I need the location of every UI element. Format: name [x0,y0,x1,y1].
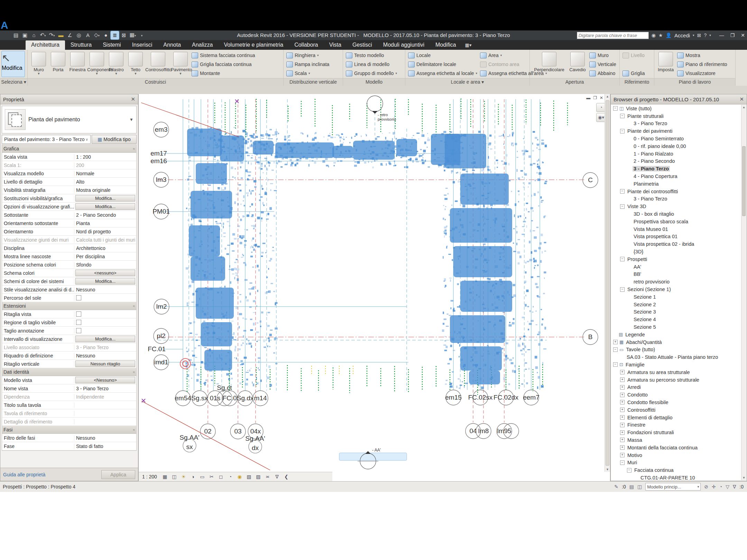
button-griglia[interactable]: Griglia [622,69,645,77]
tree-item[interactable]: Sezione 1 [611,293,741,301]
property-value[interactable]: Nord di progetto [74,229,136,234]
measure-icon[interactable]: ▬ [57,31,65,39]
tree-item[interactable]: Sezione 4 [611,316,741,323]
button-griglia-facciata-continua[interactable]: Griglia facciata continua [192,60,255,68]
undo-icon[interactable]: ↶▾ [39,31,47,40]
tree-expander-icon[interactable]: + [620,445,625,450]
type-selector[interactable]: Pianta del pavimento ▼ [2,106,137,133]
tab-moduli-aggiuntivi[interactable]: Moduli aggiuntivi [378,40,430,50]
tree-item[interactable]: Planimetria [611,180,741,188]
button-apertura-verticale[interactable]: Verticale [589,60,616,68]
tree-item[interactable]: −⊡Famiglie [611,361,741,368]
button-porta[interactable]: Porta [48,51,68,72]
tree-item[interactable]: −Piante dei controsoffitti [611,188,741,195]
property-value[interactable]: Per disciplina [74,254,136,259]
property-value[interactable]: Stato di fatto [74,444,136,449]
tree-item[interactable]: retro provvisorio [611,278,741,286]
dropdown-arrow-icon[interactable]: ▼ [126,72,145,75]
dropdown-arrow-icon[interactable]: ▼ [107,72,126,75]
properties-close-icon[interactable]: ✕ [131,96,135,102]
tree-item[interactable]: 4 - Piano Copertura [611,172,741,180]
redo-icon[interactable]: ↷▾ [48,31,56,40]
tree-item[interactable]: −Muri [611,459,741,466]
button-ringhiera[interactable]: Ringhiera▾ [286,52,329,59]
tree-item[interactable]: +▦Abachi/Quantità [611,338,741,346]
grid-bubble[interactable]: Sg.sx [191,391,208,406]
tree-expander-icon[interactable]: + [620,423,625,427]
instance-combo[interactable]: Pianta del pavimento: 3 - Piano Terzo∨ [2,135,91,144]
exchange-apps-icon[interactable]: ⊠ [697,32,701,38]
maximize-button[interactable]: ❐ [730,32,735,38]
dropdown-arrow-icon[interactable]: ▼ [171,72,190,75]
section-estensioni[interactable]: Estensioni≈ [2,302,136,310]
grid-bubble[interactable]: pl2 [154,328,169,344]
tree-item[interactable]: BB' [611,271,741,278]
tree-item[interactable]: CTG.01-AR-PARETE 10 [611,474,741,480]
property-value[interactable]: Normale [74,171,136,176]
tree-expander-icon[interactable]: + [620,370,625,374]
property-value[interactable]: 3 - Piano Terzo [74,386,136,391]
elevation-marker-top[interactable]: - retroprovvisorio [367,96,396,121]
tree-item[interactable]: Prospettiva sbarco scala [611,218,741,225]
tree-expander-icon[interactable]: + [620,408,625,412]
tree-item[interactable]: −Prospetti [611,255,741,263]
tree-expander-icon[interactable]: + [620,400,625,404]
tree-item[interactable]: {3D} [611,248,741,255]
property-button[interactable]: <nessuno> [75,270,135,276]
grid-bubble[interactable]: em3 [154,122,169,137]
sun-path-icon[interactable]: ☀ [180,474,187,479]
floor-plan-canvas[interactable]: em3em17em16lm3PM01lm2pl2FC.01imd1CBem54S… [139,94,611,481]
button-visualizzatore[interactable]: Visualizzatore [677,69,727,77]
signin-dropdown-icon[interactable]: ▾ [693,34,694,37]
tree-expander-icon[interactable]: − [620,204,625,209]
grid-bubble[interactable]: 01s [208,391,223,406]
panel-piano-di-lavoro-label[interactable]: Piano di lavoro [654,78,735,86]
tree-expander-icon[interactable]: − [620,114,625,118]
view-restore-icon[interactable]: ❐ [593,95,597,100]
constraints-icon[interactable]: ∇ [274,474,280,479]
rendering-dialog-icon[interactable]: ▭ [199,474,206,479]
grid-bubble[interactable]: em16 [150,157,167,165]
section-dati-identità[interactable]: Dati identità≈ [2,368,136,376]
dropdown-arrow-icon[interactable]: ▼ [29,72,48,75]
tree-expander-icon[interactable]: + [620,393,625,397]
tab-struttura[interactable]: Struttura [65,40,97,50]
drawing-vertical-scrollbar[interactable]: ▲ ▼ [605,94,610,472]
button-cavedio[interactable]: Cavedio [567,51,588,72]
tree-item[interactable]: −Facciata continua [611,466,741,474]
button-sistema-facciata-continua[interactable]: Sistema facciata continua [192,52,255,59]
close-hidden-windows-icon[interactable]: ⊠ [120,31,128,39]
section-grafica[interactable]: Grafica≈ [2,145,136,153]
section-fasi[interactable]: Fasi≈ [2,426,136,434]
tree-item[interactable]: −▭Tavole (tutto) [611,346,741,354]
property-checkbox[interactable] [76,295,81,300]
default-3d-view-icon[interactable]: ◇▾ [93,31,101,40]
tree-item[interactable]: −Sezioni (Sezione 1) [611,286,741,293]
property-value[interactable]: Pianta [74,221,136,226]
tree-item[interactable]: AA' [611,263,741,271]
elevation-marker[interactable]: Sg.AA'sx [179,434,200,452]
help-icon[interactable]: ? [704,32,707,38]
sync-icon[interactable]: ⌂ [30,31,38,39]
property-value[interactable]: Nessuno [74,353,136,358]
favorites-icon[interactable]: ★ [658,32,663,38]
button-gruppo-di-modello[interactable]: Gruppo di modello▾ [346,69,397,77]
tree-item[interactable]: 2 - Piano Secondo [611,158,741,165]
collapse-icon[interactable]: ≈ [133,428,135,432]
tree-item[interactable]: −Piante dei pavimenti [611,127,741,135]
property-button[interactable]: Modifica... [75,336,135,342]
tree-item[interactable]: 3 - Piano Terzo [611,165,741,172]
crop-view-icon[interactable]: ✂ [208,474,215,479]
exclude-options-icon[interactable]: ⊘ [704,484,708,489]
text-icon[interactable]: A [84,31,92,39]
property-value[interactable]: Alto [74,179,136,185]
revit-app-logo-icon[interactable]: A [1,20,10,30]
tree-expander-icon[interactable]: + [620,438,625,442]
button-mostra[interactable]: Mostra [677,52,727,59]
tree-item[interactable]: 1 - Piano Rialzato [611,150,741,158]
dropdown-arrow-icon[interactable]: ▾ [476,72,478,75]
tree-item[interactable]: +Finestre [611,421,741,429]
render-icon[interactable]: ● [102,31,110,39]
tree-item[interactable]: Vista prospettica 01 [611,233,741,241]
button-linea-di-modello[interactable]: Linea di modello [346,60,397,68]
